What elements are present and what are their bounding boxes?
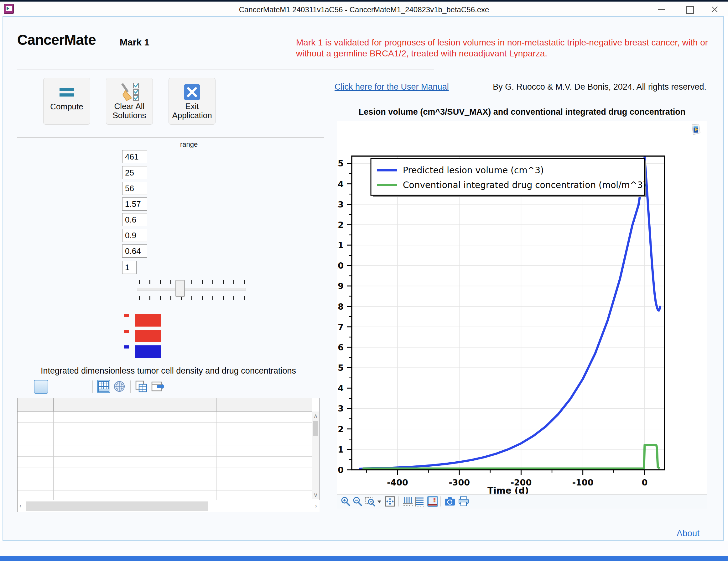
form-field-input[interactable] bbox=[122, 261, 137, 274]
y-tick-label: 9 bbox=[338, 281, 344, 291]
snapshot-camera-icon[interactable] bbox=[444, 496, 455, 507]
table-cell[interactable] bbox=[216, 468, 312, 479]
zoom-extents-icon[interactable] bbox=[385, 496, 395, 507]
export-table-icon[interactable] bbox=[151, 380, 164, 393]
toolbar-separator bbox=[130, 381, 131, 393]
slider-tick bbox=[202, 296, 203, 300]
table-cell[interactable] bbox=[216, 423, 312, 434]
form-field-input[interactable] bbox=[122, 182, 147, 195]
table-cell[interactable] bbox=[18, 412, 54, 423]
broom-checklist-icon bbox=[106, 78, 153, 102]
table-cell[interactable] bbox=[54, 445, 216, 457]
slider-tick bbox=[170, 280, 171, 284]
header-divider bbox=[17, 70, 434, 70]
table-cell[interactable] bbox=[54, 479, 216, 491]
print-icon[interactable] bbox=[458, 496, 469, 507]
table-cell[interactable] bbox=[54, 434, 216, 445]
table-cell[interactable] bbox=[216, 445, 312, 457]
taskbar-edge bbox=[0, 556, 728, 561]
table-cell[interactable] bbox=[18, 457, 54, 468]
slider-tick bbox=[202, 280, 203, 284]
result-value bbox=[135, 330, 161, 342]
range-column-header: range bbox=[180, 140, 198, 148]
form-field-input[interactable] bbox=[122, 244, 147, 257]
slider-tick bbox=[212, 296, 213, 300]
y-grid-icon[interactable] bbox=[415, 496, 425, 507]
table-cell[interactable] bbox=[54, 468, 216, 479]
buttons-divider bbox=[17, 137, 324, 138]
scroll-left-icon[interactable]: ‹ bbox=[19, 502, 22, 509]
form-field-input[interactable] bbox=[122, 166, 147, 179]
maximize-button[interactable] bbox=[685, 5, 694, 14]
user-manual-link[interactable]: Click here for the User Manual bbox=[335, 82, 449, 92]
about-link[interactable]: About bbox=[677, 528, 708, 538]
zoom-dropdown-icon[interactable] bbox=[377, 496, 382, 507]
dose-slider-thumb[interactable] bbox=[175, 280, 185, 297]
app-name: CancerMate bbox=[17, 31, 96, 48]
exit-x-icon bbox=[169, 78, 215, 102]
table-cell[interactable] bbox=[216, 434, 312, 445]
lesion-volume-plot[interactable]: -400-300-200-10000123456789101112131415T… bbox=[337, 121, 707, 495]
zoom-in-icon[interactable] bbox=[340, 496, 351, 507]
table-cell[interactable] bbox=[18, 468, 54, 479]
form-field-input[interactable] bbox=[122, 150, 147, 163]
x-grid-icon[interactable] bbox=[402, 496, 413, 507]
y-tick-label: 11 bbox=[337, 240, 344, 250]
globe-plot-icon[interactable] bbox=[113, 380, 126, 393]
dose-slider-track[interactable] bbox=[137, 288, 246, 291]
result-label bbox=[124, 330, 129, 333]
copy-table-icon[interactable] bbox=[135, 380, 148, 393]
compute-button[interactable]: Compute bbox=[43, 78, 90, 125]
clear-button-label: Clear All Solutions bbox=[106, 102, 153, 120]
table-vertical-scrollbar[interactable]: ∧ ∨ bbox=[312, 412, 319, 499]
minimize-button[interactable] bbox=[657, 5, 666, 14]
x-tick-label: 0 bbox=[642, 478, 647, 487]
table-cell[interactable] bbox=[54, 457, 216, 468]
color-legend-icon[interactable] bbox=[427, 496, 438, 507]
y-tick-label: 13 bbox=[337, 200, 344, 209]
table-column-header[interactable] bbox=[216, 398, 312, 412]
close-button[interactable] bbox=[710, 5, 719, 14]
scroll-up-icon[interactable]: ∧ bbox=[312, 412, 319, 420]
slider-tick bbox=[170, 296, 171, 300]
toolbar-separator bbox=[92, 381, 93, 393]
exit-application-button[interactable]: Exit Application bbox=[169, 78, 216, 125]
table-cell[interactable] bbox=[216, 479, 312, 491]
auto-format-button[interactable] bbox=[34, 380, 48, 394]
table-cell[interactable] bbox=[18, 423, 54, 434]
clear-all-solutions-button[interactable]: Clear All Solutions bbox=[106, 78, 153, 125]
chart-panel: -400-300-200-10000123456789101112131415T… bbox=[337, 121, 707, 508]
title-bar: CancerMateM1 240311v1aC56 - CancerMateM1… bbox=[0, 2, 728, 16]
form-field-input[interactable] bbox=[122, 229, 147, 242]
app-version: Mark 1 bbox=[120, 37, 149, 48]
table-cell[interactable] bbox=[54, 412, 216, 423]
y-tick-label: 2 bbox=[338, 424, 344, 434]
slider-tick bbox=[160, 280, 161, 284]
table-horizontal-scrollbar[interactable]: ‹ › bbox=[18, 500, 320, 512]
zoom-box-icon[interactable] bbox=[365, 496, 375, 507]
table-column-header[interactable] bbox=[18, 398, 54, 412]
table-cell[interactable] bbox=[216, 457, 312, 468]
table-cell[interactable] bbox=[18, 479, 54, 491]
slider-tick bbox=[244, 296, 245, 300]
table-view-icon[interactable] bbox=[97, 380, 110, 393]
form-field-input[interactable] bbox=[122, 197, 147, 210]
table-cell[interactable] bbox=[216, 412, 312, 423]
form-field-input[interactable] bbox=[122, 213, 147, 226]
vertical-scroll-thumb[interactable] bbox=[313, 421, 318, 436]
table-cell[interactable] bbox=[18, 445, 54, 457]
zoom-out-icon[interactable] bbox=[352, 496, 363, 507]
scroll-down-icon[interactable]: ∨ bbox=[312, 491, 319, 499]
equals-icon bbox=[44, 78, 90, 102]
table-cell[interactable] bbox=[54, 423, 216, 434]
slider-tick bbox=[191, 296, 192, 300]
slider-tick bbox=[233, 280, 234, 284]
slider-tick bbox=[212, 280, 213, 284]
y-tick-label: 5 bbox=[338, 363, 344, 373]
scroll-right-icon[interactable]: › bbox=[315, 502, 317, 509]
horizontal-scroll-thumb[interactable] bbox=[26, 501, 208, 511]
result-label bbox=[124, 346, 129, 349]
table-cell[interactable] bbox=[18, 434, 54, 445]
table-column-header[interactable] bbox=[54, 398, 216, 412]
slider-tick bbox=[191, 280, 192, 284]
